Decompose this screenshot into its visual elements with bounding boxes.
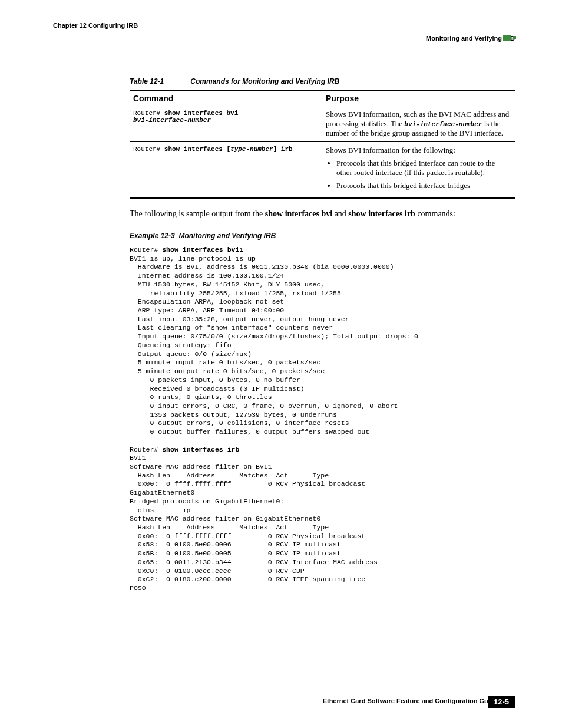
th-purpose: Purpose [322,91,515,106]
para-text: The following is sample output from the [130,209,265,218]
table-title: Commands for Monitoring and Verifying IR… [190,77,339,85]
chapter-title: Chapter 12 Configuring IRB [53,22,515,29]
example-title: Monitoring and Verifying IRB [178,232,276,240]
cmd-arg: type-number [230,146,273,153]
purpose-bullet: Protocols that this bridged interface br… [336,181,511,190]
cli-command: show interfaces irb [162,446,239,453]
cmd-prompt: Router# [133,146,164,153]
body-paragraph: The following is sample output from the … [130,209,515,219]
cmd-arg: bvi-interface-number [133,117,211,124]
command-table: Command Purpose Router# show interfaces … [130,90,515,199]
table-caption: Table 12-1 Commands for Monitoring and V… [130,77,515,85]
purpose-bullet: Protocols that this bridged interface ca… [336,159,511,177]
cmd-text: ] irb [273,146,293,153]
cli-command: show interfaces bvi1 [162,246,243,253]
code-block: Router# show interfaces bvi1 BVI1 is up,… [130,246,515,593]
footer-title: Ethernet Card Software Feature and Confi… [53,697,515,704]
table-row: Router# show interfaces [type-number] ir… [130,142,515,199]
cmd-ref: show interfaces irb [348,209,415,218]
cmd-prompt: Router# [133,110,164,117]
para-text: and [332,209,348,218]
cli-prompt: Router# [130,246,162,253]
th-command: Command [130,91,322,106]
example-heading: Example 12-3 Monitoring and Verifying IR… [130,232,515,240]
cli-output: BVI1 is up, line protocol is up Hardware… [130,255,418,436]
table-row: Router# show interfaces bvi bvi-interfac… [130,106,515,142]
header-accent-icon [503,32,516,42]
cmd-text: show interfaces bvi [164,110,238,117]
purpose-lead: Shows BVI information for the following: [326,146,511,155]
cmd-ref: show interfaces bvi [265,209,332,218]
page-number-badge: 12-5 [488,696,515,708]
purpose-arg: bvi-interface-number [404,121,482,128]
section-head: Monitoring and Verifying IRB [53,35,515,42]
cli-output: BVI1 Software MAC address filter on BVI1… [130,454,378,592]
para-text: commands: [415,209,455,218]
cmd-text: show interfaces [ [164,146,230,153]
cli-prompt: Router# [130,446,162,453]
example-id: Example 12-3 [130,232,175,240]
table-id: Table 12-1 [130,77,189,85]
